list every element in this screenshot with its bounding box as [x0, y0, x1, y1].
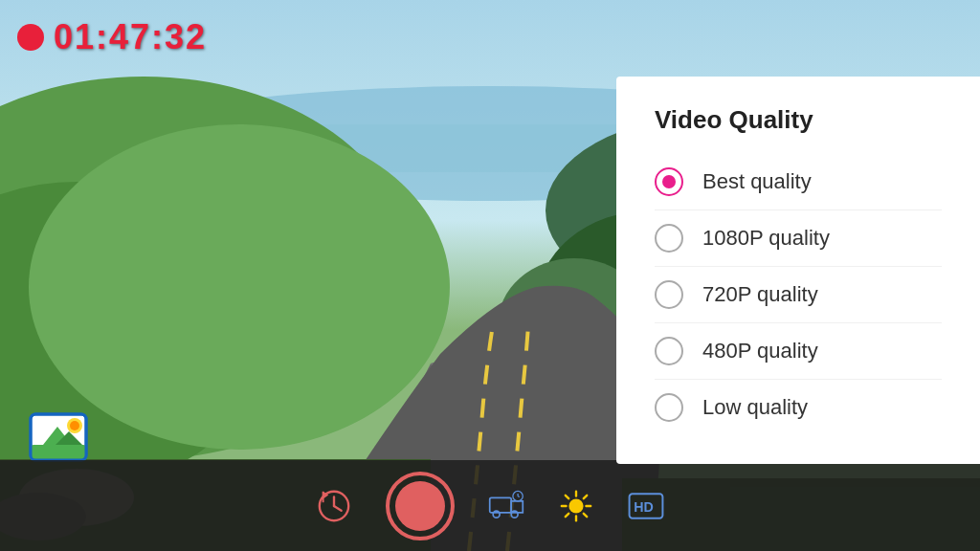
svg-line-28 [334, 506, 342, 511]
quality-option-1080p[interactable]: 1080P quality [655, 210, 942, 267]
radio-1080p [655, 224, 683, 253]
quality-label-1080p: 1080P quality [702, 226, 830, 251]
radio-best [655, 167, 683, 196]
quality-option-480p[interactable]: 480P quality [655, 323, 942, 380]
record-button[interactable] [386, 472, 455, 540]
quality-option-low[interactable]: Low quality [655, 380, 942, 435]
radio-720p [655, 280, 683, 309]
quality-option-720p[interactable]: 720P quality [655, 267, 942, 323]
svg-line-46 [566, 513, 568, 516]
quality-label-720p: 720P quality [702, 282, 818, 307]
svg-point-38 [568, 498, 583, 513]
svg-line-37 [518, 496, 520, 496]
quality-label-480p: 480P quality [702, 339, 818, 364]
record-dot-icon [17, 24, 44, 51]
recording-timer: 01:47:32 [54, 17, 207, 57]
recording-indicator: 01:47:32 [17, 17, 207, 57]
hd-icon[interactable]: HD [628, 488, 664, 524]
gallery-icon[interactable] [29, 412, 91, 465]
brightness-icon[interactable] [558, 488, 594, 524]
quality-option-best[interactable]: Best quality [655, 154, 942, 210]
quality-options-list: Best quality1080P quality720P quality480… [655, 154, 942, 435]
timer-icon[interactable] [316, 488, 352, 524]
radio-low [655, 393, 683, 422]
radio-inner-best [662, 175, 676, 188]
svg-line-44 [584, 513, 587, 516]
quality-label-low: Low quality [702, 395, 808, 420]
svg-point-24 [70, 421, 79, 430]
quality-panel: Video Quality Best quality1080P quality7… [616, 77, 980, 464]
quality-label-best: Best quality [702, 169, 812, 194]
toolbar-icons: HD [316, 472, 664, 540]
delivery-icon[interactable] [488, 488, 524, 524]
svg-rect-31 [490, 497, 511, 513]
svg-point-8 [29, 124, 450, 450]
svg-rect-20 [31, 445, 86, 460]
svg-line-43 [566, 495, 568, 497]
svg-text:HD: HD [634, 499, 654, 515]
svg-line-45 [584, 495, 587, 497]
quality-panel-title: Video Quality [655, 105, 942, 135]
radio-480p [655, 337, 683, 365]
record-button-inner [395, 481, 445, 531]
bottom-toolbar: HD [0, 460, 980, 551]
